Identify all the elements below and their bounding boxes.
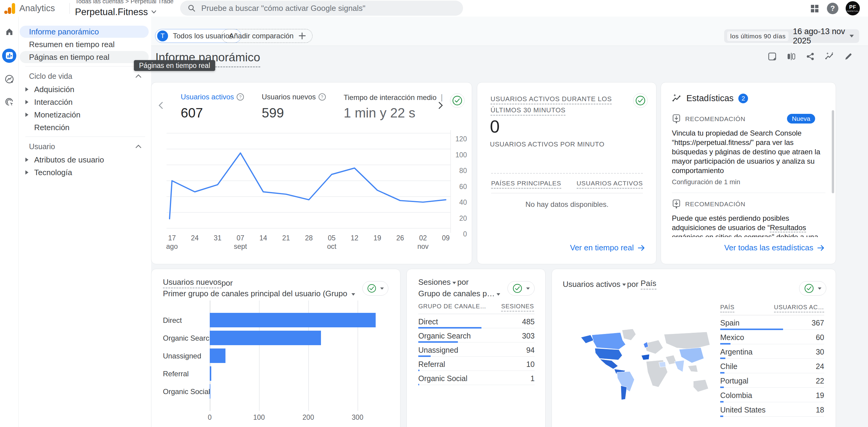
sidebar-item-adquisición[interactable]: Adquisición (20, 84, 149, 95)
table-row-value: 367 (720, 319, 824, 327)
date-preset-badge: los últimos 90 días (727, 31, 788, 41)
metric-selector[interactable]: Usuarios activos por País (563, 279, 656, 290)
diagnostics-grid-icon[interactable] (811, 4, 819, 13)
sidebar-item-tecnología[interactable]: Tecnología (20, 166, 149, 178)
insight-text[interactable]: Vincula tu propiedad de Search Console “… (672, 128, 820, 175)
sidebar-item-monetización[interactable]: Monetización (20, 109, 149, 121)
insight-meta: Configuración de 1 min (672, 178, 824, 186)
note-icon[interactable] (768, 52, 777, 61)
metric-value: 607 (181, 105, 203, 121)
topbar-divider (69, 3, 70, 14)
chevron-down-icon (849, 35, 854, 37)
table-row-value: 30 (720, 348, 824, 356)
insights-header: Estadísticas 2 (672, 93, 748, 103)
reports-active-indicator (2, 48, 16, 63)
bar-category-label: Direct (163, 316, 182, 325)
plus-icon (298, 32, 306, 40)
expand-arrow-icon[interactable] (25, 112, 28, 117)
column-header-metric[interactable]: SESIONES (501, 303, 534, 310)
data-quality-dropdown[interactable] (507, 281, 535, 296)
compare-icon[interactable] (787, 52, 796, 61)
rail-advertising-button[interactable] (0, 94, 19, 110)
insight-kind-label: RECOMENDACIÓN (685, 200, 745, 208)
search-icon (187, 4, 196, 12)
explore-icon (4, 74, 14, 84)
metric-tab-label[interactable]: Tiempo de interacción medio| (344, 93, 443, 102)
sidebar-item-label: Retención (34, 123, 69, 132)
sidebar-item-interacción[interactable]: Interacción (20, 96, 149, 108)
bar (210, 331, 321, 345)
data-quality-button[interactable] (633, 93, 648, 108)
property-selector[interactable]: Perpetual.Fitness (75, 5, 156, 18)
sidebar-item-páginas-en-tiempo-real[interactable]: Páginas en tiempo real (20, 51, 149, 63)
check-circle-icon (804, 283, 814, 294)
help-icon[interactable]: ? (318, 93, 326, 101)
sidebar-item-label: Tecnología (34, 168, 72, 177)
rail-reports-button[interactable] (0, 47, 19, 64)
table-row-divider (418, 385, 535, 385)
help-icon[interactable]: ? (827, 3, 838, 14)
table-row-value: 485 (418, 317, 535, 326)
edit-icon[interactable] (844, 52, 853, 61)
carousel-left-icon[interactable] (157, 101, 165, 110)
column-header-dimension[interactable]: GRUPO DE CANALE… (418, 303, 486, 310)
data-quality-button[interactable] (450, 93, 465, 108)
expand-arrow-icon[interactable] (25, 158, 28, 162)
sidebar-item-label: Atributos de usuario (34, 155, 104, 165)
sidebar-item-label: Interacción (34, 98, 72, 107)
sidebar-item-resumen-en-tiempo-real[interactable]: Resumen en tiempo real (20, 38, 149, 51)
bar-category-label: Referral (163, 370, 189, 378)
svg-text:21: 21 (282, 234, 290, 242)
svg-text:20: 20 (459, 215, 467, 222)
expand-arrow-icon[interactable] (25, 87, 28, 92)
account-avatar[interactable]: PF PERPETUAL (846, 1, 860, 15)
view-all-insights-link[interactable]: Ver todas las estadísticas (724, 243, 825, 253)
dimension-selector[interactable]: Grupo de canales p… (418, 289, 501, 298)
chevron-up-icon (135, 145, 142, 148)
data-quality-dropdown[interactable] (799, 281, 826, 296)
rail-explore-button[interactable] (0, 71, 19, 87)
svg-text:ago: ago (166, 242, 178, 250)
help-icon[interactable]: ? (237, 93, 244, 101)
column-header-metric[interactable]: USUARIOS AC… (720, 304, 824, 311)
metric-selector[interactable]: Sesiones por (418, 277, 469, 287)
table-row-value: 19 (720, 391, 824, 400)
svg-text:09: 09 (442, 234, 450, 242)
report-actions-toolbar (768, 52, 853, 61)
analytics-logo-icon[interactable] (4, 3, 16, 14)
insight-text[interactable]: Puede que estés perdiendo posibles adqui… (672, 214, 820, 237)
metric-tab-label[interactable]: Usuarios nuevos? (262, 93, 326, 101)
sidebar-item-label: Adquisición (34, 85, 74, 94)
add-comparison-chip[interactable]: Añadir comparación (221, 29, 312, 43)
sidebar-item-retención[interactable]: Retención (20, 121, 149, 133)
breadcrumb[interactable]: Todas las cuentas > Perpetual Trade (75, 0, 174, 5)
table-row-divider (418, 356, 535, 357)
home-icon (5, 27, 14, 36)
top-app-bar: Analytics Todas las cuentas > Perpetual … (0, 0, 868, 17)
svg-text:120: 120 (456, 135, 467, 143)
divider (491, 193, 643, 193)
view-realtime-link[interactable]: Ver en tiempo real (570, 243, 645, 253)
scrollbar[interactable] (832, 110, 834, 193)
global-search[interactable] (180, 1, 463, 16)
sidebar-section-ciclo-de-vida[interactable]: Ciclo de vida (20, 69, 149, 83)
table-row-value: 18 (720, 405, 824, 414)
sidebar-section-usuario[interactable]: Usuario (20, 140, 149, 153)
carousel-right-icon[interactable] (436, 101, 444, 110)
date-range-selector[interactable]: los últimos 90 días 16 ago-13 nov 2025 (724, 29, 859, 43)
rail-home-button[interactable] (0, 24, 19, 40)
divider (491, 173, 643, 174)
chevron-down-icon (526, 288, 530, 290)
metric-tab-label[interactable]: Usuarios activos? (181, 93, 244, 101)
expand-arrow-icon[interactable] (25, 170, 28, 174)
sidebar-item-informe-panorámico[interactable]: Informe panorámico (20, 26, 149, 38)
check-circle-icon (512, 283, 523, 294)
sidebar-item-atributos-de-usuario[interactable]: Atributos de usuario (20, 154, 149, 166)
search-input[interactable] (201, 3, 450, 13)
table-row-bar (418, 384, 419, 385)
insights-card: Estadísticas 2 RECOMENDACIÓNNuevaVincula… (661, 82, 836, 264)
svg-text:60: 60 (459, 183, 467, 191)
expand-arrow-icon[interactable] (25, 100, 28, 104)
share-icon[interactable] (806, 52, 815, 61)
insights-icon[interactable] (825, 52, 834, 61)
